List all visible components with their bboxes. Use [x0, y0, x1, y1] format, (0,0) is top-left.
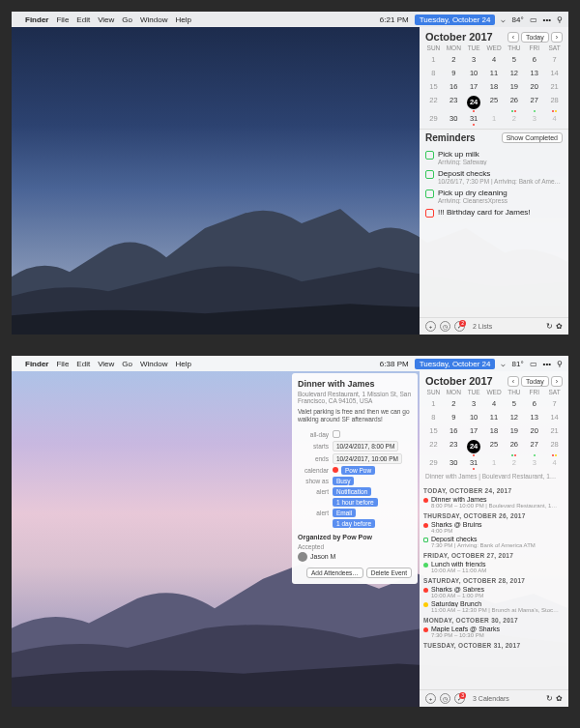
weather[interactable]: 84°	[511, 15, 523, 24]
calendar-day[interactable]: 12	[504, 67, 524, 79]
calendar-day[interactable]: 20	[524, 80, 544, 93]
menu-view[interactable]: View	[98, 360, 114, 368]
calendar-day[interactable]: 4	[484, 397, 505, 410]
event-title[interactable]: Dinner with James	[298, 379, 412, 389]
today-button[interactable]: Today	[521, 376, 549, 387]
menu-window[interactable]: Window	[140, 15, 167, 24]
calendar-day[interactable]: 20	[524, 424, 544, 437]
calendar-day[interactable]: 17	[464, 424, 484, 437]
calendar-day[interactable]: 26	[504, 94, 524, 111]
calendar-day[interactable]: 14	[544, 67, 565, 79]
calendar-day[interactable]: 2	[444, 397, 464, 410]
calendar-day[interactable]: 3	[524, 456, 544, 469]
wifi-icon[interactable]: ⌵	[501, 360, 506, 368]
calendar-day[interactable]: 27	[524, 94, 544, 111]
calendar-day[interactable]: 23	[444, 94, 464, 111]
reminders-icon[interactable]: ✓	[454, 321, 465, 332]
calendar-day[interactable]: 28	[544, 438, 565, 455]
prev-month-button[interactable]: ‹	[508, 376, 519, 387]
prev-month-button[interactable]: ‹	[508, 32, 519, 43]
menu-window[interactable]: Window	[140, 360, 167, 368]
reminder-checkbox[interactable]	[425, 189, 434, 198]
calendar-day[interactable]: 2	[504, 456, 524, 469]
calendar-select[interactable]: Pow Pow	[341, 466, 375, 475]
weather[interactable]: 81°	[511, 360, 523, 368]
calendar-icon[interactable]: ◷	[440, 693, 450, 704]
calendar-day[interactable]: 8	[423, 67, 444, 79]
reminder-item[interactable]: Pick up dry cleaningArriving: CleanersXp…	[423, 187, 565, 206]
list-count[interactable]: 2 Lists	[473, 323, 492, 330]
calendar-day[interactable]: 21	[544, 80, 565, 93]
calendar-day[interactable]: 5	[504, 53, 524, 66]
menu-file[interactable]: File	[56, 360, 69, 368]
calendar-day[interactable]: 31	[464, 456, 484, 469]
refresh-icon[interactable]: ↻	[546, 322, 553, 331]
reminder-item[interactable]: Deposit checks10/26/17, 7:30 PM | Arrivi…	[423, 167, 565, 187]
allday-checkbox[interactable]	[333, 430, 340, 438]
today-button[interactable]: Today	[521, 32, 549, 43]
add-attendees-button[interactable]: Add Attendees…	[306, 568, 363, 578]
refresh-icon[interactable]: ↻	[546, 694, 553, 703]
calendar-day[interactable]: 3	[524, 112, 544, 125]
next-month-button[interactable]: ›	[551, 32, 563, 43]
alert2-type[interactable]: Email	[333, 509, 356, 517]
calendar-day[interactable]: 10	[464, 67, 484, 79]
calendar-day[interactable]: 16	[444, 424, 464, 437]
calendar-day[interactable]: 17	[464, 80, 484, 93]
calendar-grid[interactable]: 1234567891011121314151617181920212223242…	[420, 395, 568, 473]
menu-help[interactable]: Help	[175, 15, 190, 24]
menu-view[interactable]: View	[98, 15, 114, 24]
alert1-time[interactable]: 1 hour before	[333, 498, 378, 507]
calendar-day[interactable]: 7	[544, 397, 565, 410]
calendar-day[interactable]: 6	[524, 397, 544, 410]
calendar-day[interactable]: 13	[524, 67, 544, 79]
menu-go[interactable]: Go	[122, 15, 132, 24]
date-indicator[interactable]: Tuesday, October 24	[415, 359, 496, 369]
app-name[interactable]: Finder	[25, 360, 48, 368]
calendar-day[interactable]: 26	[504, 438, 524, 455]
calendar-day[interactable]: 25	[484, 438, 505, 455]
calendar-day[interactable]: 1	[484, 112, 505, 125]
calendar-day[interactable]: 23	[444, 438, 464, 455]
reminders-icon[interactable]: ✓	[454, 693, 465, 704]
event-note[interactable]: Valet parking is free and then we can go…	[298, 408, 412, 424]
settings-icon[interactable]: ✿	[556, 322, 563, 331]
calendar-day[interactable]: 28	[544, 94, 565, 111]
calendar-day[interactable]: 18	[484, 424, 505, 437]
ends-field[interactable]: 10/24/2017, 10:00 PM	[333, 453, 402, 464]
clock[interactable]: 6:38 PM	[380, 360, 409, 368]
calendar-day[interactable]: 30	[444, 112, 464, 125]
calendar-day[interactable]: 18	[484, 80, 505, 93]
clock[interactable]: 6:21 PM	[380, 15, 409, 24]
add-event-icon[interactable]: +	[425, 321, 436, 332]
calendar-day[interactable]: 27	[524, 438, 544, 455]
settings-icon[interactable]: ✿	[556, 694, 563, 703]
calendar-day[interactable]: 4	[544, 112, 565, 125]
search-icon[interactable]: ⚲	[557, 360, 563, 368]
agenda-event[interactable]: Sharks @ Sabres10:00 AM – 1:00 PM	[423, 585, 565, 599]
calendar-day[interactable]: 7	[544, 53, 565, 66]
calendar-day[interactable]: 15	[423, 424, 444, 437]
calendar-day[interactable]: 4	[544, 456, 565, 469]
calendar-day[interactable]: 2	[504, 112, 524, 125]
add-event-icon[interactable]: +	[425, 693, 436, 704]
search-icon[interactable]: ⚲	[557, 15, 563, 24]
calendar-day[interactable]: 12	[504, 411, 524, 423]
calendar-day[interactable]: 9	[444, 411, 464, 423]
calendar-day[interactable]: 1	[423, 53, 444, 66]
app-name[interactable]: Finder	[25, 15, 48, 24]
calendar-day[interactable]: 22	[423, 438, 444, 455]
calendar-day[interactable]: 19	[504, 424, 524, 437]
event-location[interactable]: Boulevard Restaurant, 1 Mission St, San …	[298, 391, 412, 404]
menu-file[interactable]: File	[56, 15, 69, 24]
calendar-day[interactable]: 22	[423, 94, 444, 111]
calendar-day[interactable]: 24	[464, 438, 484, 455]
menu-edit[interactable]: Edit	[76, 360, 90, 368]
calendar-day[interactable]: 16	[444, 80, 464, 93]
calendar-day[interactable]: 3	[464, 53, 484, 66]
calendar-day[interactable]: 1	[484, 456, 505, 469]
calendar-day[interactable]: 2	[444, 53, 464, 66]
battery-icon[interactable]: ▭	[530, 15, 537, 24]
reminder-checkbox[interactable]	[425, 209, 434, 218]
reminder-checkbox[interactable]	[425, 151, 434, 160]
